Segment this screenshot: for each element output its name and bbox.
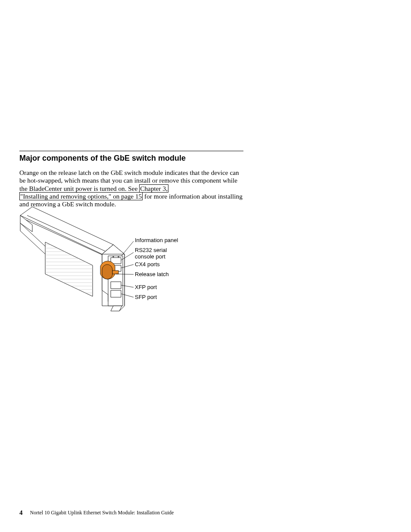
svg-rect-33: [112, 271, 118, 274]
label-cx4-ports: CX4 ports: [135, 261, 160, 268]
label-information-panel: Information panel: [135, 237, 178, 244]
page-footer: 4 Nortel 10 Gigabit Uplink Ethernet Swit…: [19, 509, 174, 516]
module-illustration: [19, 206, 209, 318]
paragraph-text-1: Orange on the release latch on the GbE s…: [19, 169, 239, 192]
section-heading: Major components of the GbE switch modul…: [19, 154, 243, 163]
body-paragraph: Orange on the release latch on the GbE s…: [19, 169, 243, 208]
label-sfp-port: SFP port: [135, 294, 157, 301]
svg-marker-0: [20, 207, 113, 254]
svg-rect-28: [111, 282, 121, 289]
page-number: 4: [19, 509, 23, 516]
footer-title: Nortel 10 Gigabit Uplink Ethernet Switch…: [30, 510, 174, 516]
label-rs232-line2: console port: [135, 253, 165, 260]
label-rs232-line1: RS232 serial: [135, 247, 167, 253]
cross-ref-link-2[interactable]: "Installing and removing options," on pa…: [19, 192, 143, 200]
label-xfp-port: XFP port: [135, 284, 157, 291]
svg-marker-5: [45, 242, 93, 296]
switch-module-diagram: Information panel RS232 serial console p…: [19, 206, 209, 318]
label-rs232: RS232 serial console port: [135, 247, 167, 260]
label-release-latch: Release latch: [135, 271, 169, 278]
heading-rule: [19, 151, 243, 151]
svg-rect-29: [111, 290, 121, 297]
cross-ref-link-1[interactable]: Chapter 3,: [139, 184, 168, 193]
svg-line-34: [121, 241, 134, 256]
